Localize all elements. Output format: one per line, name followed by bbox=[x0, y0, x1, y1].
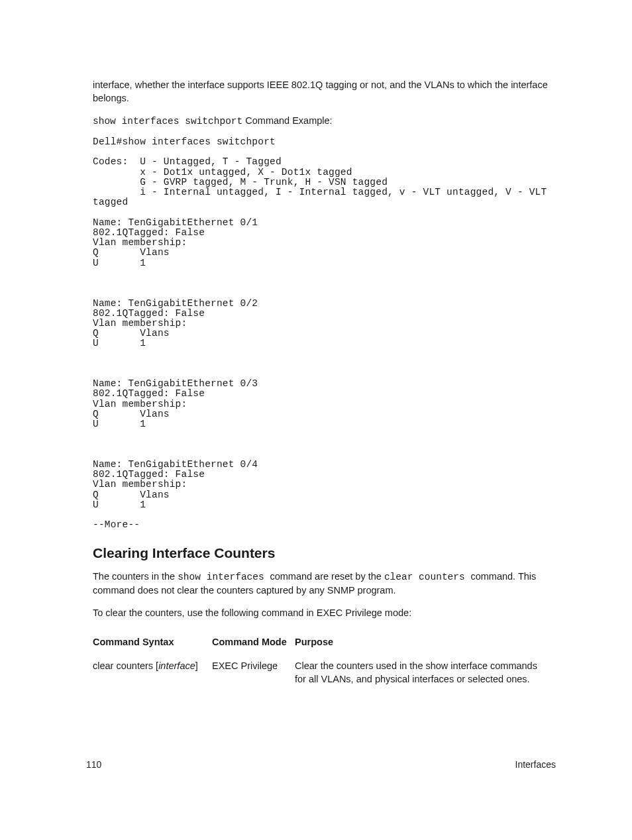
table-header-row: Command Syntax Command Mode Purpose bbox=[93, 633, 556, 658]
page-footer: 110 Interfaces bbox=[86, 759, 556, 771]
td-purpose: Clear the counters used in the show inte… bbox=[295, 658, 556, 687]
th-purpose: Purpose bbox=[295, 633, 556, 658]
section-para-2: To clear the counters, use the following… bbox=[93, 606, 556, 619]
p2-code2: clear counters bbox=[384, 572, 471, 582]
intro-paragraph: interface, whether the interface support… bbox=[93, 78, 556, 105]
th-mode: Command Mode bbox=[212, 633, 295, 658]
syntax-post: ] bbox=[195, 660, 198, 671]
th-syntax: Command Syntax bbox=[93, 633, 212, 658]
p2-mid: command are reset by the bbox=[270, 571, 384, 582]
caption-code: show interfaces switchport bbox=[93, 116, 242, 127]
syntax-ital: interface bbox=[158, 660, 195, 671]
p2-code1: show interfaces bbox=[178, 572, 270, 582]
td-mode: EXEC Privilege bbox=[212, 658, 295, 687]
chapter-name: Interfaces bbox=[515, 759, 556, 771]
table-row: clear counters [interface] EXEC Privileg… bbox=[93, 658, 556, 687]
p2-pre: The counters in the bbox=[93, 571, 178, 582]
page-number: 110 bbox=[86, 759, 101, 771]
code-block: Dell#show interfaces switchport Codes: U… bbox=[93, 137, 556, 531]
document-page: interface, whether the interface support… bbox=[0, 0, 632, 840]
syntax-pre: clear counters [ bbox=[93, 660, 158, 671]
caption-text: Command Example: bbox=[242, 115, 332, 126]
td-syntax: clear counters [interface] bbox=[93, 658, 212, 687]
code-caption: show interfaces switchport Command Examp… bbox=[93, 114, 556, 128]
command-table: Command Syntax Command Mode Purpose clea… bbox=[93, 633, 556, 687]
section-para-1: The counters in the show interfaces comm… bbox=[93, 570, 556, 597]
section-heading: Clearing Interface Counters bbox=[93, 544, 556, 563]
